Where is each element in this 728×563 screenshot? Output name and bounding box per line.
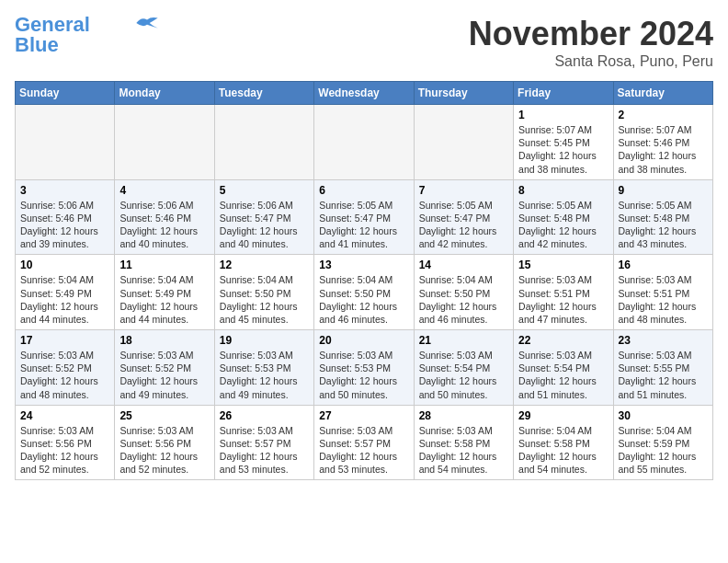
calendar-week-2: 10Sunrise: 5:04 AM Sunset: 5:49 PM Dayli… — [16, 255, 713, 330]
day-number: 14 — [419, 259, 508, 271]
day-number: 23 — [619, 334, 708, 347]
month-title: November 2024 — [469, 15, 713, 53]
day-number: 6 — [319, 184, 408, 197]
day-info: Sunrise: 5:03 AM Sunset: 5:58 PM Dayligh… — [419, 424, 508, 477]
logo-blue: Blue — [15, 35, 59, 55]
day-info: Sunrise: 5:04 AM Sunset: 5:50 PM Dayligh… — [419, 273, 508, 326]
day-info: Sunrise: 5:03 AM Sunset: 5:56 PM Dayligh… — [119, 424, 209, 477]
day-info: Sunrise: 5:03 AM Sunset: 5:55 PM Dayligh… — [619, 349, 708, 401]
day-info: Sunrise: 5:07 AM Sunset: 5:45 PM Dayligh… — [518, 123, 608, 176]
day-info: Sunrise: 5:03 AM Sunset: 5:54 PM Dayligh… — [518, 349, 608, 401]
day-info: Sunrise: 5:03 AM Sunset: 5:56 PM Dayligh… — [20, 424, 109, 477]
day-number: 8 — [518, 184, 608, 197]
day-number: 20 — [319, 334, 408, 347]
day-number: 13 — [319, 259, 408, 271]
calendar-week-4: 24Sunrise: 5:03 AM Sunset: 5:56 PM Dayli… — [16, 405, 713, 480]
logo-text: General — [15, 15, 90, 35]
calendar-cell: 1Sunrise: 5:07 AM Sunset: 5:45 PM Daylig… — [514, 105, 613, 180]
calendar-cell: 18Sunrise: 5:03 AM Sunset: 5:52 PM Dayli… — [115, 330, 214, 406]
day-number: 11 — [119, 259, 209, 271]
day-info: Sunrise: 5:06 AM Sunset: 5:47 PM Dayligh… — [220, 199, 309, 251]
calendar-cell: 29Sunrise: 5:04 AM Sunset: 5:58 PM Dayli… — [514, 405, 613, 480]
day-info: Sunrise: 5:04 AM Sunset: 5:49 PM Dayligh… — [20, 273, 109, 326]
day-number: 21 — [419, 334, 508, 347]
day-number: 18 — [119, 334, 209, 347]
calendar-cell — [16, 105, 115, 180]
day-number: 25 — [119, 409, 209, 422]
day-number: 24 — [20, 409, 109, 422]
calendar-cell: 28Sunrise: 5:03 AM Sunset: 5:58 PM Dayli… — [414, 405, 513, 480]
location: Santa Rosa, Puno, Peru — [469, 53, 713, 70]
day-info: Sunrise: 5:04 AM Sunset: 5:59 PM Dayligh… — [619, 424, 708, 477]
calendar-cell: 15Sunrise: 5:03 AM Sunset: 5:51 PM Dayli… — [514, 255, 613, 330]
calendar-cell: 21Sunrise: 5:03 AM Sunset: 5:54 PM Dayli… — [414, 330, 513, 406]
calendar-cell: 19Sunrise: 5:03 AM Sunset: 5:53 PM Dayli… — [214, 330, 313, 406]
day-info: Sunrise: 5:03 AM Sunset: 5:52 PM Dayligh… — [119, 349, 209, 401]
day-number: 26 — [220, 409, 309, 422]
weekday-header-wednesday: Wednesday — [314, 82, 414, 105]
calendar-cell: 14Sunrise: 5:04 AM Sunset: 5:50 PM Dayli… — [414, 255, 513, 330]
weekday-header-tuesday: Tuesday — [214, 82, 313, 105]
weekday-header-monday: Monday — [115, 82, 214, 105]
day-number: 2 — [619, 109, 708, 121]
weekday-header-thursday: Thursday — [414, 82, 513, 105]
day-info: Sunrise: 5:03 AM Sunset: 5:53 PM Dayligh… — [319, 349, 408, 401]
logo-bird-icon — [134, 15, 160, 31]
day-number: 5 — [220, 184, 309, 197]
day-number: 15 — [518, 259, 608, 271]
day-info: Sunrise: 5:03 AM Sunset: 5:57 PM Dayligh… — [319, 424, 408, 477]
calendar-cell: 20Sunrise: 5:03 AM Sunset: 5:53 PM Dayli… — [314, 330, 414, 406]
day-number: 17 — [20, 334, 109, 347]
day-number: 3 — [20, 184, 109, 197]
calendar-cell: 6Sunrise: 5:05 AM Sunset: 5:47 PM Daylig… — [314, 179, 414, 255]
weekday-header-sunday: Sunday — [16, 82, 115, 105]
calendar-cell: 4Sunrise: 5:06 AM Sunset: 5:46 PM Daylig… — [115, 179, 214, 255]
day-info: Sunrise: 5:04 AM Sunset: 5:50 PM Dayligh… — [319, 273, 408, 326]
calendar-cell: 17Sunrise: 5:03 AM Sunset: 5:52 PM Dayli… — [16, 330, 115, 406]
day-number: 9 — [619, 184, 708, 197]
day-info: Sunrise: 5:05 AM Sunset: 5:48 PM Dayligh… — [619, 199, 708, 251]
day-info: Sunrise: 5:03 AM Sunset: 5:51 PM Dayligh… — [518, 273, 608, 326]
calendar-table: SundayMondayTuesdayWednesdayThursdayFrid… — [15, 81, 713, 480]
day-info: Sunrise: 5:03 AM Sunset: 5:53 PM Dayligh… — [220, 349, 309, 401]
calendar-week-1: 3Sunrise: 5:06 AM Sunset: 5:46 PM Daylig… — [16, 179, 713, 255]
day-info: Sunrise: 5:04 AM Sunset: 5:50 PM Dayligh… — [220, 273, 309, 326]
calendar-week-3: 17Sunrise: 5:03 AM Sunset: 5:52 PM Dayli… — [16, 330, 713, 406]
day-number: 16 — [619, 259, 708, 271]
day-number: 19 — [220, 334, 309, 347]
day-info: Sunrise: 5:05 AM Sunset: 5:47 PM Dayligh… — [419, 199, 508, 251]
day-number: 12 — [220, 259, 309, 271]
day-number: 10 — [20, 259, 109, 271]
day-info: Sunrise: 5:03 AM Sunset: 5:51 PM Dayligh… — [619, 273, 708, 326]
day-number: 27 — [319, 409, 408, 422]
calendar-cell — [414, 105, 513, 180]
day-number: 28 — [419, 409, 508, 422]
day-number: 30 — [619, 409, 708, 422]
day-info: Sunrise: 5:04 AM Sunset: 5:49 PM Dayligh… — [119, 273, 209, 326]
calendar-cell: 13Sunrise: 5:04 AM Sunset: 5:50 PM Dayli… — [314, 255, 414, 330]
page-header: General Blue November 2024 Santa Rosa, P… — [15, 15, 713, 70]
weekday-header-saturday: Saturday — [613, 82, 712, 105]
day-number: 1 — [518, 109, 608, 121]
calendar-week-0: 1Sunrise: 5:07 AM Sunset: 5:45 PM Daylig… — [16, 105, 713, 180]
logo: General Blue — [15, 15, 160, 55]
day-number: 22 — [518, 334, 608, 347]
calendar-cell: 26Sunrise: 5:03 AM Sunset: 5:57 PM Dayli… — [214, 405, 313, 480]
calendar-cell: 25Sunrise: 5:03 AM Sunset: 5:56 PM Dayli… — [115, 405, 214, 480]
calendar-cell: 10Sunrise: 5:04 AM Sunset: 5:49 PM Dayli… — [16, 255, 115, 330]
day-number: 7 — [419, 184, 508, 197]
calendar-cell: 30Sunrise: 5:04 AM Sunset: 5:59 PM Dayli… — [613, 405, 712, 480]
calendar-header-row: SundayMondayTuesdayWednesdayThursdayFrid… — [16, 82, 713, 105]
calendar-cell: 2Sunrise: 5:07 AM Sunset: 5:46 PM Daylig… — [613, 105, 712, 180]
calendar-cell: 7Sunrise: 5:05 AM Sunset: 5:47 PM Daylig… — [414, 179, 513, 255]
calendar-cell: 16Sunrise: 5:03 AM Sunset: 5:51 PM Dayli… — [613, 255, 712, 330]
day-info: Sunrise: 5:05 AM Sunset: 5:48 PM Dayligh… — [518, 199, 608, 251]
calendar-cell: 5Sunrise: 5:06 AM Sunset: 5:47 PM Daylig… — [214, 179, 313, 255]
calendar-cell: 27Sunrise: 5:03 AM Sunset: 5:57 PM Dayli… — [314, 405, 414, 480]
day-info: Sunrise: 5:07 AM Sunset: 5:46 PM Dayligh… — [619, 123, 708, 176]
calendar-cell: 3Sunrise: 5:06 AM Sunset: 5:46 PM Daylig… — [16, 179, 115, 255]
calendar-cell: 9Sunrise: 5:05 AM Sunset: 5:48 PM Daylig… — [613, 179, 712, 255]
calendar-cell — [214, 105, 313, 180]
calendar-cell: 23Sunrise: 5:03 AM Sunset: 5:55 PM Dayli… — [613, 330, 712, 406]
calendar-cell — [314, 105, 414, 180]
